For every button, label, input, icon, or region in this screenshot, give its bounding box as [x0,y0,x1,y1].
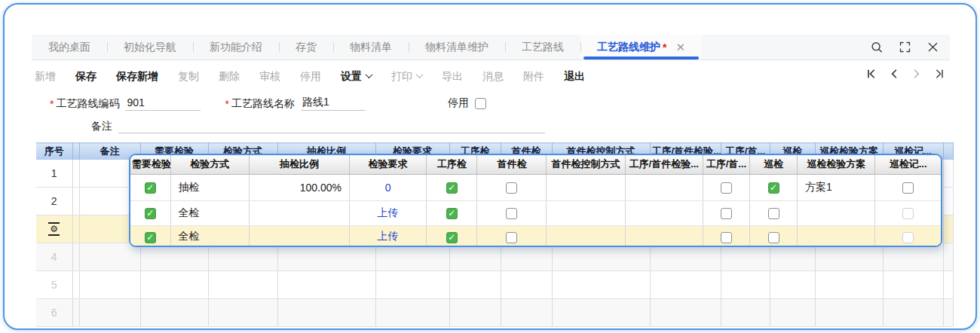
overlay-row-3-highlighted[interactable]: 全检 上传 [130,225,941,247]
checkbox[interactable] [768,182,779,194]
cell-process-check[interactable] [427,200,477,225]
toolbar-disable-button[interactable]: 停用 [300,70,321,84]
table-row[interactable]: 6 [36,299,953,327]
cell-check-method[interactable]: 全检 [170,200,249,225]
header-need-check[interactable]: 需要检验 [130,155,170,174]
toolbar-attachment-button[interactable]: 附件 [523,70,544,84]
cell-check-requirement[interactable]: 0 [350,174,427,200]
header-patrol-record[interactable]: 巡检记... [875,155,941,174]
toolbar-delete-button[interactable]: 删除 [219,70,240,84]
tab-process-route[interactable]: 工艺路线 [505,35,580,60]
tab-close-icon[interactable]: ✕ [675,41,685,54]
tab-inventory[interactable]: 存货 [279,35,333,60]
table-row[interactable]: 4 [36,243,953,271]
row-number[interactable]: 6 [36,299,72,327]
checkbox[interactable] [446,208,458,219]
column-drag-overlay[interactable]: 需要检验 检验方式 抽检比例 检验要求 工序检 首件检 首件检控制方式 工序/首… [129,154,942,247]
cell-process-check[interactable] [427,174,477,200]
cell-check-requirement[interactable]: 上传 [350,225,427,247]
cell-first-control[interactable] [547,200,625,225]
search-icon[interactable] [870,41,884,54]
route-code-input[interactable] [125,96,201,111]
tab-new-features[interactable]: 新功能介绍 [193,35,279,60]
cell-first-check[interactable] [477,200,547,225]
cell-need-check[interactable] [130,225,170,247]
cell-sample-ratio[interactable] [249,200,349,225]
tab-bom[interactable]: 物料清单 [333,35,409,60]
row-number[interactable]: ⚙ [36,215,72,243]
toolbar-print-button[interactable]: 打印 [391,70,422,84]
cell-sample-ratio[interactable] [249,225,349,247]
checkbox[interactable] [902,232,914,243]
cell-proc-first[interactable] [703,174,749,200]
checkbox[interactable] [506,182,517,194]
toolbar-copy-button[interactable]: 复制 [178,70,199,84]
toolbar-export-button[interactable]: 导出 [442,70,463,84]
toolbar-audit-button[interactable]: 审核 [259,70,280,84]
requirement-link[interactable]: 上传 [378,206,399,218]
tab-process-route-maintenance[interactable]: 工艺路线维护 * ✕ [580,35,702,60]
cell-patrol-plan[interactable]: 方案1 [798,174,875,200]
checkbox[interactable] [902,208,914,219]
header-check-requirement[interactable]: 检验要求 [350,155,427,174]
checkbox[interactable] [902,182,914,194]
header-first-control[interactable]: 首件检控制方式 [547,155,625,174]
checkbox[interactable] [721,232,732,243]
toolbar-message-button[interactable]: 消息 [482,70,504,84]
checkbox[interactable] [768,208,779,219]
checkbox[interactable] [768,232,779,243]
checkbox[interactable] [145,208,156,219]
toolbar-add-button[interactable]: 新增 [35,70,56,84]
cell-patrol-record[interactable] [875,200,941,225]
row-number[interactable]: 5 [36,271,72,299]
header-first-check[interactable]: 首件检 [477,155,547,174]
cell-check-requirement[interactable]: 上传 [350,200,427,225]
header-check-method[interactable]: 检验方式 [170,155,249,174]
header-patrol-plan[interactable]: 巡检检验方案 [798,155,875,174]
next-record-icon[interactable] [911,68,923,80]
cell-proc-first-plan[interactable] [625,174,703,200]
cell-patrol[interactable] [749,200,797,225]
close-icon[interactable] [926,41,939,53]
cell-proc-first-plan[interactable] [625,225,703,247]
cell-first-control[interactable] [547,225,625,247]
cell-first-check[interactable] [477,225,547,247]
cell-check-method[interactable]: 全检 [170,225,249,247]
maximize-icon[interactable] [899,41,911,53]
cell-patrol-plan[interactable] [798,200,875,225]
cell-sample-ratio[interactable]: 100.00% [249,174,349,200]
cell-check-method[interactable]: 抽检 [170,174,249,200]
tab-init-navigation[interactable]: 初始化导航 [107,35,193,60]
cell-process-check[interactable] [427,225,477,247]
disable-checkbox[interactable] [475,98,486,109]
prev-record-icon[interactable] [888,68,900,80]
cell-proc-first[interactable] [703,225,749,247]
checkbox[interactable] [446,232,458,243]
cell-patrol-plan[interactable] [798,225,875,247]
row-number[interactable]: 2 [36,188,72,215]
checkbox[interactable] [145,182,156,194]
requirement-link[interactable]: 0 [385,182,391,194]
cell-patrol-record[interactable] [875,174,941,200]
cell-proc-first[interactable] [703,200,749,225]
header-patrol[interactable]: 巡检 [749,155,797,174]
row-number[interactable]: 1 [36,160,72,188]
remark-input[interactable] [118,119,545,133]
checkbox[interactable] [721,182,732,194]
tab-bom-maintenance[interactable]: 物料清单维护 [409,35,505,60]
toolbar-save-new-button[interactable]: 保存新增 [116,70,158,84]
row-number[interactable]: 4 [36,243,72,271]
checkbox[interactable] [506,232,517,243]
checkbox[interactable] [506,208,517,219]
cell-patrol[interactable] [749,174,797,200]
overlay-row-2[interactable]: 全检 上传 [130,200,941,225]
checkbox[interactable] [721,208,732,219]
cell-need-check[interactable] [130,200,170,225]
table-row[interactable]: 5 [36,271,953,299]
cell-need-check[interactable] [130,174,170,200]
header-process-check[interactable]: 工序检 [427,155,477,174]
toolbar-settings-button[interactable]: 设置 [341,70,372,84]
overlay-row-1[interactable]: 抽检 100.00% 0 方案1 [130,174,941,200]
requirement-link[interactable]: 上传 [378,230,399,242]
first-record-icon[interactable] [865,68,877,80]
